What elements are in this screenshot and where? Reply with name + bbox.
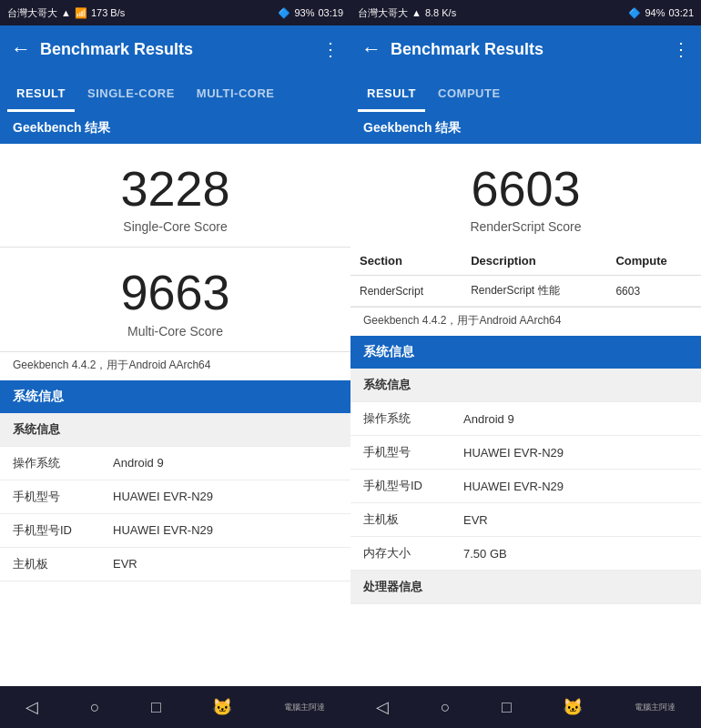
left-sys-label-4: 主机板 (13, 556, 113, 572)
right-time: 03:21 (668, 7, 694, 18)
right-renderscript-score: 6603 (360, 162, 692, 216)
left-tab-single-core[interactable]: SINGLE-CORE (78, 77, 184, 112)
right-geekbench-header: Geekbench 结果 (350, 113, 701, 144)
left-sys-label-0: 系统信息 (13, 421, 113, 438)
left-back-button[interactable]: ← (11, 37, 31, 61)
left-battery: 93% (294, 7, 314, 18)
right-score-renderscript: 6603 RenderScript Score (350, 144, 701, 247)
right-watermark-text: 電腦主阿達 (635, 702, 676, 713)
right-status-bar: 台灣大哥大 ▲ 8.8 K/s 🔷 94% 03:21 (350, 0, 701, 25)
right-sys-label-2: 手机型号 (363, 444, 463, 460)
right-sys-row-5: 内存大小 7.50 GB (350, 537, 701, 571)
left-status-bar: 台灣大哥大 ▲ 📶 173 B/s 🔷 93% 03:19 (0, 0, 350, 25)
left-sys-value-2: HUAWEI EVR-N29 (113, 490, 338, 503)
left-more-button[interactable]: ⋮ (321, 38, 340, 60)
right-data-speed: 8.8 K/s (425, 7, 456, 18)
left-sys-header: 系统信息 (0, 380, 350, 413)
right-tab-compute[interactable]: COMPUTE (429, 77, 510, 112)
right-back-nav-btn[interactable]: ◁ (376, 697, 389, 717)
left-sys-row-4: 主机板 EVR (0, 548, 350, 581)
left-signal-icon: ▲ (61, 7, 71, 18)
left-status-left: 台灣大哥大 ▲ 📶 173 B/s (7, 6, 125, 20)
left-sys-row-2: 手机型号 HUAWEI EVR-N29 (0, 480, 350, 514)
left-wifi-icon: 📶 (75, 7, 87, 19)
right-sys-label-5: 内存大小 (363, 545, 463, 561)
right-signal-icon: ▲ (411, 7, 422, 18)
left-page-title: Benchmark Results (40, 40, 312, 59)
left-score-multi: 9663 Multi-Core Score (0, 248, 350, 350)
right-sys-value-4: EVR (463, 513, 688, 527)
right-more-button[interactable]: ⋮ (672, 38, 690, 60)
right-sys-value-5: 7.50 GB (463, 547, 688, 561)
right-battery: 94% (645, 7, 665, 18)
left-content: Geekbench 结果 3228 Single-Core Score 9663… (0, 113, 350, 686)
left-sys-row-0: 系统信息 (0, 413, 350, 447)
right-sys-value-1: Android 9 (463, 412, 688, 426)
right-bluetooth-icon: 🔷 (628, 7, 641, 19)
right-sys-label-0: 系统信息 (363, 377, 463, 393)
right-info-text: Geekbench 4.4.2，用于Android AArch64 (350, 307, 701, 336)
right-renderscript-label: RenderScript Score (360, 219, 692, 234)
left-tabs: RESULT SINGLE-CORE MULTI-CORE (0, 73, 350, 113)
right-sys-value-2: HUAWEI EVR-N29 (463, 446, 688, 460)
left-carrier: 台灣大哥大 (7, 6, 57, 20)
right-table-row-0: RenderScript RenderScript 性能 6603 (350, 276, 701, 307)
right-status-left: 台灣大哥大 ▲ 8.8 K/s (358, 6, 456, 20)
right-sys-label-6: 处理器信息 (363, 579, 463, 595)
right-sys-row-0: 系统信息 (350, 369, 701, 402)
left-recents-btn[interactable]: □ (151, 698, 161, 717)
left-single-core-score: 3228 (9, 162, 341, 216)
left-bottom-nav: ◁ ○ □ 🐱 電腦主阿達 (0, 686, 350, 728)
left-sys-label-2: 手机型号 (13, 489, 113, 505)
right-bench-table: Section Description Compute RenderScript… (350, 247, 701, 307)
left-sys-row-3: 手机型号ID HUAWEI EVR-N29 (0, 514, 350, 548)
right-phone-panel: 台灣大哥大 ▲ 8.8 K/s 🔷 94% 03:21 ← Benchmark … (350, 0, 701, 728)
right-table-header-description: Description (462, 247, 606, 276)
right-home-btn[interactable]: ○ (441, 698, 451, 717)
left-sys-value-4: EVR (113, 557, 338, 571)
right-sys-label-3: 手机型号ID (363, 478, 463, 494)
right-sys-row-3: 手机型号ID HUAWEI EVR-N29 (350, 470, 701, 503)
left-geekbench-header: Geekbench 结果 (0, 113, 350, 144)
left-score-single: 3228 Single-Core Score (0, 144, 350, 247)
left-watermark-text: 電腦主阿達 (284, 702, 325, 713)
right-status-right: 🔷 94% 03:21 (628, 7, 694, 19)
left-status-right: 🔷 93% 03:19 (278, 7, 343, 19)
right-tabs: RESULT COMPUTE (350, 73, 701, 113)
left-info-text: Geekbench 4.4.2，用于Android AArch64 (0, 351, 350, 380)
left-data-speed: 173 B/s (91, 7, 125, 18)
left-sys-label-1: 操作系统 (13, 455, 113, 471)
left-bluetooth-icon: 🔷 (278, 7, 290, 19)
right-watermark-icon: 🐱 (563, 697, 583, 717)
right-sys-row-6: 处理器信息 (350, 571, 701, 604)
right-sys-header: 系统信息 (350, 336, 701, 369)
right-top-bar: ← Benchmark Results ⋮ (350, 25, 701, 73)
left-time: 03:19 (318, 7, 343, 18)
left-sys-value-1: Android 9 (113, 456, 338, 470)
left-back-nav-btn[interactable]: ◁ (25, 697, 38, 717)
left-tab-result[interactable]: RESULT (7, 77, 75, 112)
left-multi-core-score: 9663 (9, 266, 341, 319)
right-table-header-section: Section (350, 247, 462, 276)
left-home-btn[interactable]: ○ (90, 698, 100, 717)
right-table-cell-section-0: RenderScript (350, 276, 462, 307)
right-tab-result[interactable]: RESULT (358, 77, 425, 112)
right-back-button[interactable]: ← (361, 37, 381, 61)
left-tab-multi-core[interactable]: MULTI-CORE (188, 77, 284, 112)
left-watermark-icon: 🐱 (212, 697, 232, 717)
right-page-title: Benchmark Results (391, 40, 663, 59)
left-sys-value-3: HUAWEI EVR-N29 (113, 523, 338, 537)
right-sys-value-3: HUAWEI EVR-N29 (463, 480, 688, 493)
right-recents-btn[interactable]: □ (502, 698, 512, 717)
right-table-header-compute: Compute (606, 247, 701, 276)
left-sys-row-1: 操作系统 Android 9 (0, 447, 350, 480)
left-sys-label-3: 手机型号ID (13, 522, 113, 539)
right-sys-label-1: 操作系统 (363, 410, 463, 427)
right-table-cell-compute-0: 6603 (606, 276, 701, 307)
right-sys-label-4: 主机板 (363, 511, 463, 528)
right-sys-row-2: 手机型号 HUAWEI EVR-N29 (350, 436, 701, 470)
right-sys-row-1: 操作系统 Android 9 (350, 402, 701, 436)
left-single-core-label: Single-Core Score (9, 219, 341, 234)
left-multi-core-label: Multi-Core Score (9, 324, 341, 339)
left-top-bar: ← Benchmark Results ⋮ (0, 25, 350, 73)
